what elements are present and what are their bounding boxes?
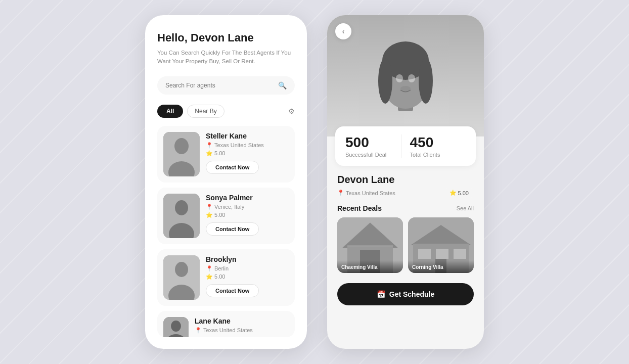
location-icon-3: 📍 — [206, 265, 213, 272]
star-icon-3: ⭐ — [206, 274, 213, 280]
svg-rect-34 — [454, 249, 466, 259]
svg-point-18 — [419, 58, 433, 104]
agent-info-2: Sonya Palmer 📍 Venice, Italy ⭐ 5.00 Cont… — [206, 194, 289, 236]
agent-location-4: 📍 Texas United States — [195, 327, 289, 334]
phones-container: Hello, Devon Lane You Can Search Quickly… — [145, 15, 484, 349]
svg-rect-33 — [436, 249, 448, 259]
see-all-button[interactable]: See All — [457, 205, 474, 211]
agent-location-1: 📍 Texas United States — [206, 142, 289, 149]
stat-deal-label: Successfull Deal — [345, 152, 401, 158]
agent-info-3: Brooklyn 📍 Berlin ⭐ 5.00 Contact Now — [206, 255, 289, 297]
agent-card-2: Sonya Palmer 📍 Venice, Italy ⭐ 5.00 Cont… — [157, 188, 295, 244]
recent-deals-header: Recent Deals See All — [337, 204, 474, 212]
greeting-subtitle: You Can Search Quickly For The Best Agen… — [157, 49, 295, 66]
agent-rating-1: ⭐ 5.00 — [206, 150, 289, 157]
agent-info-1: Steller Kane 📍 Texas United States ⭐ 5.0… — [206, 132, 289, 174]
calendar-icon: 📅 — [377, 290, 385, 298]
svg-point-10 — [171, 321, 181, 332]
svg-point-17 — [378, 58, 392, 104]
deal-card-2[interactable]: Corning Villa — [408, 217, 474, 273]
agent-photo-4 — [163, 317, 189, 337]
location-icon-4: 📍 — [195, 327, 202, 334]
location-icon-1: 📍 — [206, 142, 213, 149]
agent-location-3: 📍 Berlin — [206, 265, 289, 272]
agent-name-2: Sonya Palmer — [206, 194, 289, 202]
svg-point-21 — [400, 86, 411, 91]
agent-photo-1 — [163, 132, 200, 176]
agent-name-3: Brooklyn — [206, 255, 289, 263]
agent-info-4: Lane Kane 📍 Texas United States — [195, 317, 289, 335]
stat-successful-deals: 500 Successfull Deal — [345, 134, 402, 158]
schedule-btn-label: Get Schedule — [389, 290, 434, 298]
tab-all[interactable]: All — [157, 105, 183, 118]
stat-clients-count: 450 — [410, 134, 466, 151]
agent-name-1: Steller Kane — [206, 132, 289, 140]
location-pin-icon: 📍 — [337, 190, 344, 196]
svg-point-19 — [396, 74, 403, 82]
stat-clients-label: Total Clients — [410, 152, 466, 158]
greeting-title: Hello, Devon Lane — [157, 31, 295, 44]
recent-deals-title: Recent Deals — [337, 204, 382, 212]
agent-name-4: Lane Kane — [195, 317, 289, 325]
phone-left: Hello, Devon Lane You Can Search Quickly… — [145, 15, 307, 349]
svg-rect-32 — [418, 249, 431, 259]
filter-icon[interactable]: ⚙ — [288, 107, 295, 115]
agent-photo-2 — [163, 194, 200, 238]
agent-location-2: 📍 Venice, Italy — [206, 204, 289, 210]
search-bar[interactable]: 🔍 — [157, 76, 295, 95]
agent-detail: Devon Lane 📍 Texas United States ⭐ 5.00 — [327, 166, 484, 204]
search-icon: 🔍 — [278, 81, 287, 89]
star-icon-2: ⭐ — [206, 212, 213, 218]
svg-point-1 — [174, 138, 189, 154]
deals-grid: Chaeming Villa — [337, 217, 474, 273]
svg-point-7 — [175, 262, 188, 277]
tab-nearby[interactable]: Near By — [187, 105, 224, 118]
agent-photo-3 — [163, 255, 200, 300]
agent-detail-row: 📍 Texas United States ⭐ 5.00 — [337, 188, 474, 198]
agent-card-1: Steller Kane 📍 Texas United States ⭐ 5.0… — [157, 126, 295, 183]
agent-detail-name: Devon Lane — [337, 174, 474, 186]
agent-rating-2: ⭐ 5.00 — [206, 212, 289, 218]
location-icon-2: 📍 — [206, 204, 213, 210]
contact-btn-3[interactable]: Contact Now — [206, 284, 259, 297]
agent-card-4-partial: Lane Kane 📍 Texas United States — [157, 311, 295, 337]
agent-detail-location: 📍 Texas United States — [337, 190, 395, 196]
contact-btn-1[interactable]: Contact Now — [206, 161, 259, 174]
deal-label-2: Corning Villa — [408, 260, 474, 273]
get-schedule-button[interactable]: 📅 Get Schedule — [337, 283, 474, 305]
deal-card-1[interactable]: Chaeming Villa — [337, 217, 403, 273]
svg-point-20 — [408, 74, 415, 82]
stat-total-clients: 450 Total Clients — [410, 134, 466, 158]
phone-right: ‹ — [327, 15, 484, 349]
agent-rating-3: ⭐ 5.00 — [206, 274, 289, 280]
svg-point-4 — [175, 200, 188, 215]
back-button[interactable]: ‹ — [335, 23, 351, 39]
contact-btn-2[interactable]: Contact Now — [206, 222, 259, 236]
star-badge-icon: ⭐ — [450, 190, 457, 196]
agent-card-3: Brooklyn 📍 Berlin ⭐ 5.00 Contact Now — [157, 249, 295, 306]
back-icon: ‹ — [342, 27, 345, 35]
deal-label-1: Chaeming Villa — [337, 260, 403, 273]
recent-deals-section: Recent Deals See All — [327, 204, 484, 279]
stats-card: 500 Successfull Deal 450 Total Clients — [335, 126, 476, 166]
stat-deal-count: 500 — [345, 134, 401, 151]
search-input[interactable] — [165, 82, 278, 89]
agent-hero: ‹ — [327, 15, 484, 136]
agent-rating-badge: ⭐ 5.00 — [444, 188, 474, 198]
star-icon-1: ⭐ — [206, 150, 213, 157]
filter-row: All Near By ⚙ — [157, 105, 295, 118]
